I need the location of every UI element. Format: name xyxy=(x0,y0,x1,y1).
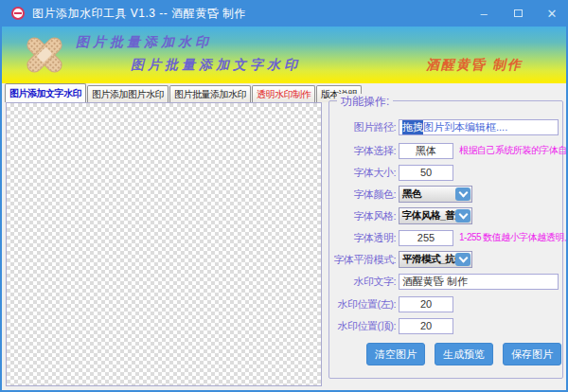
position-left-input[interactable] xyxy=(399,296,453,312)
path-text: 图片到本编辑框.... xyxy=(423,120,507,134)
save-image-button[interactable]: 保存图片 xyxy=(503,343,561,365)
font-alpha-label: 字体透明: xyxy=(333,231,396,245)
tab-batch-watermark[interactable]: 图片批量添加水印 xyxy=(169,85,251,102)
app-icon xyxy=(11,7,25,20)
font-size-label: 字体大小: xyxy=(333,166,396,180)
field-smooth-mode: 字体平滑模式: 平滑模式_抗锯齿 xyxy=(333,251,559,268)
position-top-input[interactable] xyxy=(399,318,453,334)
font-alpha-input[interactable] xyxy=(399,230,453,246)
window-title: 图片添加水印工具 V1.3 -- 酒醒黄昏 制作 xyxy=(32,6,246,22)
font-style-select[interactable]: 字体风格_普通 xyxy=(399,207,472,224)
tab-strip: 图片添加文字水印 图片添加图片水印 图片批量添加水印 透明水印制作 版本说明 xyxy=(5,83,363,102)
close-button[interactable]: ✕ xyxy=(541,5,562,22)
tab-add-image-watermark[interactable]: 图片添加图片水印 xyxy=(87,85,169,102)
font-color-value: 黑色 xyxy=(399,187,455,201)
image-path-input[interactable]: 拖拽图片到本编辑框.... xyxy=(399,119,559,135)
field-font-color: 字体颜色: 黑色 xyxy=(333,186,559,203)
generate-preview-button[interactable]: 生成预览 xyxy=(435,343,493,365)
font-style-label: 字体风格: xyxy=(333,209,396,223)
minimize-button[interactable]: – xyxy=(473,5,494,22)
watermark-text-label: 水印文字: xyxy=(333,275,396,289)
title-bar: 图片添加水印工具 V1.3 -- 酒醒黄昏 制作 – ✕ xyxy=(0,0,568,27)
font-style-value: 字体风格_普通 xyxy=(399,209,455,223)
app-window: 图片添加水印工具 V1.3 -- 酒醒黄昏 制作 – ✕ 图片批量添加水印 图片… xyxy=(0,0,568,392)
font-name-label: 字体选择: xyxy=(333,144,396,158)
font-color-select[interactable]: 黑色 xyxy=(399,186,472,203)
smooth-mode-label: 字体平滑模式: xyxy=(333,253,396,267)
chevron-down-icon xyxy=(455,253,470,266)
field-font-name: 字体选择: 根据自己系统所装的字体自行输入吧。 xyxy=(333,142,559,159)
field-image-path: 图片路径: 拖拽图片到本编辑框.... xyxy=(333,118,559,135)
image-path-label: 图片路径: xyxy=(333,120,396,134)
field-position-left: 水印位置(左): xyxy=(333,295,559,312)
field-font-size: 字体大小: xyxy=(333,164,559,181)
font-color-label: 字体颜色: xyxy=(333,187,396,202)
field-position-top: 水印位置(顶): xyxy=(333,317,559,334)
banner: 图片批量添加水印 图片批量添加文字水印 酒醒黄昏 制作 xyxy=(2,27,566,83)
font-name-hint: 根据自己系统所装的字体自行输入吧。 xyxy=(459,144,568,157)
function-groupbox: 功能操作: 图片路径: 拖拽图片到本编辑框.... 字体选择: 根据自己系统所装… xyxy=(328,100,563,379)
smooth-mode-select[interactable]: 平滑模式_抗锯齿 xyxy=(399,251,472,268)
field-font-alpha: 字体透明: 1-255 数值越小字体越透明。 xyxy=(333,229,559,246)
groupbox-title: 功能操作: xyxy=(337,94,393,110)
image-canvas[interactable] xyxy=(6,102,322,386)
field-font-style: 字体风格: 字体风格_普通 xyxy=(333,207,559,224)
banner-title-1: 图片批量添加水印 xyxy=(76,34,212,51)
chevron-down-icon xyxy=(455,209,470,223)
position-left-label: 水印位置(左): xyxy=(333,297,396,312)
font-alpha-hint: 1-255 数值越小字体越透明。 xyxy=(459,231,568,244)
position-top-label: 水印位置(顶): xyxy=(333,319,396,333)
banner-title-2: 图片批量添加文字水印 xyxy=(131,57,301,74)
bandage-icon xyxy=(21,32,68,78)
tab-add-text-watermark[interactable]: 图片添加文字水印 xyxy=(5,83,86,102)
maximize-button[interactable] xyxy=(507,5,528,22)
smooth-mode-value: 平滑模式_抗锯齿 xyxy=(399,253,455,266)
selected-text: 拖拽 xyxy=(402,120,423,134)
watermark-text-input[interactable] xyxy=(399,274,559,290)
chevron-down-icon xyxy=(455,187,470,201)
field-watermark-text: 水印文字: xyxy=(333,273,559,290)
tab-transparent-watermark[interactable]: 透明水印制作 xyxy=(252,85,315,102)
font-size-input[interactable] xyxy=(399,165,453,181)
banner-credit: 酒醒黄昏 制作 xyxy=(426,57,523,74)
font-name-input[interactable] xyxy=(399,143,453,159)
maximize-icon xyxy=(514,9,523,17)
window-controls: – ✕ xyxy=(473,5,562,22)
clear-image-button[interactable]: 清空图片 xyxy=(366,343,425,365)
